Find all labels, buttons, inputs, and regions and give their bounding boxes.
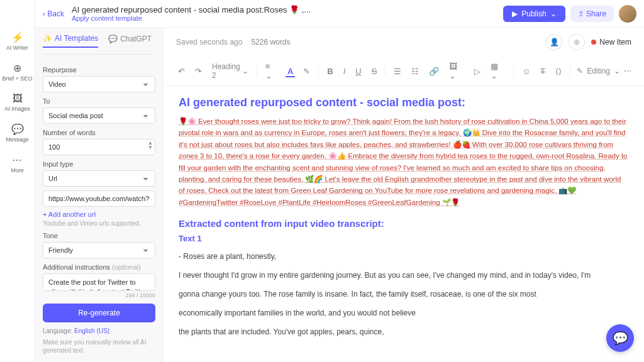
more-icon[interactable]: ⋯ xyxy=(624,67,631,75)
code-button[interactable]: ⟨⟩ xyxy=(553,65,564,77)
clear-button[interactable]: T̶ xyxy=(538,65,547,77)
repurpose-select[interactable]: Video xyxy=(43,76,155,92)
topbar: ‹ Back AI generated repurposed content -… xyxy=(35,0,644,28)
language-link[interactable]: English (US) xyxy=(74,327,109,334)
table-button[interactable]: ▦ ⌄ xyxy=(489,60,507,82)
share-button[interactable]: ⇪ Share xyxy=(570,6,614,22)
char-counter: 199 / 10000 xyxy=(43,292,155,299)
back-button[interactable]: ‹ Back xyxy=(43,9,64,18)
transcript-line: - Roses are a plant, honestly, xyxy=(179,251,629,262)
input-type-select[interactable]: Url xyxy=(43,170,155,187)
page-title: AI generated repurposed content - social… xyxy=(72,5,311,14)
italic-button[interactable]: I xyxy=(341,65,348,77)
emoji-button[interactable]: ☺ xyxy=(520,65,532,77)
align-button[interactable]: ≡ ⌄ xyxy=(264,60,279,82)
chevron-down-icon: ⌄ xyxy=(550,9,557,18)
instructions-textarea[interactable]: Create the post for Twitter to align wit… xyxy=(43,273,155,291)
rail-ai-images[interactable]: 🖼AI Images xyxy=(4,93,30,112)
image-button[interactable]: 🖼 ⌄ xyxy=(447,60,466,82)
transcript-line: the plants that are included. You've got… xyxy=(179,326,629,337)
new-item-status: New Item xyxy=(591,38,631,47)
words-input[interactable] xyxy=(43,139,155,155)
review-note: Make sure you manually review all AI gen… xyxy=(43,338,155,354)
add-person-button[interactable]: 👤 xyxy=(546,34,562,50)
stepper-arrows[interactable]: ▲▼ xyxy=(148,141,153,150)
tone-label: Tone xyxy=(43,232,155,239)
transcript-line: gonna change yours too. The rose family … xyxy=(179,288,629,300)
rail-label: Message xyxy=(6,136,29,143)
instructions-label: Additional instructions (optional) xyxy=(43,263,155,271)
doc-header: Saved seconds ago 5226 words 👤 ⊕ New Ite… xyxy=(164,28,644,57)
add-url-link[interactable]: + Add another url xyxy=(43,211,155,218)
rail-ai-writer[interactable]: ⚡AI Writer xyxy=(6,31,28,51)
link-button[interactable]: 🔗 xyxy=(427,65,441,77)
save-status: Saved seconds ago xyxy=(176,38,242,47)
to-select[interactable]: Social media post xyxy=(43,107,155,124)
chevron-down-icon: ⌄ xyxy=(614,67,620,75)
words-label: Number of words xyxy=(43,129,155,136)
add-circle-button[interactable]: ⊕ xyxy=(569,34,585,50)
transcript: - Roses are a plant, honestly, I never t… xyxy=(179,251,629,337)
sparkle-icon: ✨ xyxy=(43,34,52,43)
numlist-button[interactable]: ☷ xyxy=(409,65,421,77)
chat-widget-button[interactable]: 💬 xyxy=(606,324,634,352)
pencil-icon: ✎ xyxy=(577,67,583,75)
chat-icon: 💬 xyxy=(613,331,628,346)
transcript-line: economically important families in the w… xyxy=(179,307,629,319)
publish-button[interactable]: ▶ Publish ⌄ xyxy=(503,6,565,22)
rail-more[interactable]: ⋯More xyxy=(11,154,24,173)
chat-icon: 💬 xyxy=(108,35,118,43)
message-icon: 💬 xyxy=(11,123,24,135)
target-icon: ⊕ xyxy=(13,62,21,74)
icon-rail: ⚡AI Writer ⊕Brief + SEO 🖼AI Images 💬Mess… xyxy=(0,0,35,362)
regenerate-button[interactable]: Re-generate xyxy=(43,304,155,322)
underline-button[interactable]: U xyxy=(353,65,363,77)
undo-button[interactable]: ↶ xyxy=(176,65,187,77)
rail-label: More xyxy=(11,167,24,173)
editor-toolbar: ↶ ↷ Heading 2 ⌄ ≡ ⌄ A ✎ B I U S ☰ ☷ 🔗 xyxy=(164,57,644,86)
strike-button[interactable]: S xyxy=(370,65,379,77)
word-count: 5226 words xyxy=(251,38,290,47)
url-input[interactable] xyxy=(43,190,155,207)
avatar[interactable] xyxy=(619,5,636,23)
bold-button[interactable]: B xyxy=(325,65,335,77)
apply-template-link[interactable]: Apply content template xyxy=(72,14,311,22)
social-post-text: 🌹🌸 Ever thought roses were just too tric… xyxy=(179,116,629,208)
document-body[interactable]: AI generated repurposed content - social… xyxy=(164,86,644,362)
image-icon: 🖼 xyxy=(13,93,23,104)
doc-heading: AI generated repurposed content - social… xyxy=(179,96,629,109)
tone-select[interactable]: Friendly xyxy=(43,242,155,258)
tab-chatgpt[interactable]: 💬ChatGPT xyxy=(108,34,152,48)
sidebar: ✨AI Templates 💬ChatGPT Repurpose Video T… xyxy=(35,28,164,362)
url-hint: Youtube and Vimeo urls supported. xyxy=(43,220,155,227)
rail-brief-seo[interactable]: ⊕Brief + SEO xyxy=(3,62,33,82)
rail-message[interactable]: 💬Message xyxy=(6,123,29,143)
repurpose-label: Repurpose xyxy=(43,66,155,74)
doc-subheading: Extracted content from input video trans… xyxy=(179,218,629,229)
status-dot-icon xyxy=(591,40,596,45)
font-color-button[interactable]: A xyxy=(286,65,295,77)
heading-select[interactable]: Heading 2 ⌄ xyxy=(210,61,250,81)
tab-ai-templates[interactable]: ✨AI Templates xyxy=(43,34,98,48)
editing-mode[interactable]: ✎Editing ⌄ ⋯ xyxy=(577,67,631,75)
list-button[interactable]: ☰ xyxy=(392,65,403,77)
to-label: To xyxy=(43,97,155,105)
rail-label: AI Images xyxy=(4,106,30,112)
highlight-button[interactable]: ✎ xyxy=(301,65,312,77)
bolt-icon: ⚡ xyxy=(11,31,24,43)
doc-subheading-2: Text 1 xyxy=(179,234,629,243)
language-row: Language: English (US) xyxy=(43,327,155,334)
input-type-label: Input type xyxy=(43,160,155,168)
more-icon: ⋯ xyxy=(12,154,22,166)
rail-label: AI Writer xyxy=(6,45,28,51)
rail-label: Brief + SEO xyxy=(3,75,33,82)
play-button[interactable]: ▷ xyxy=(472,65,482,77)
redo-button[interactable]: ↷ xyxy=(193,65,204,77)
transcript-line: I never thought I'd grow in my entire ga… xyxy=(179,270,629,281)
